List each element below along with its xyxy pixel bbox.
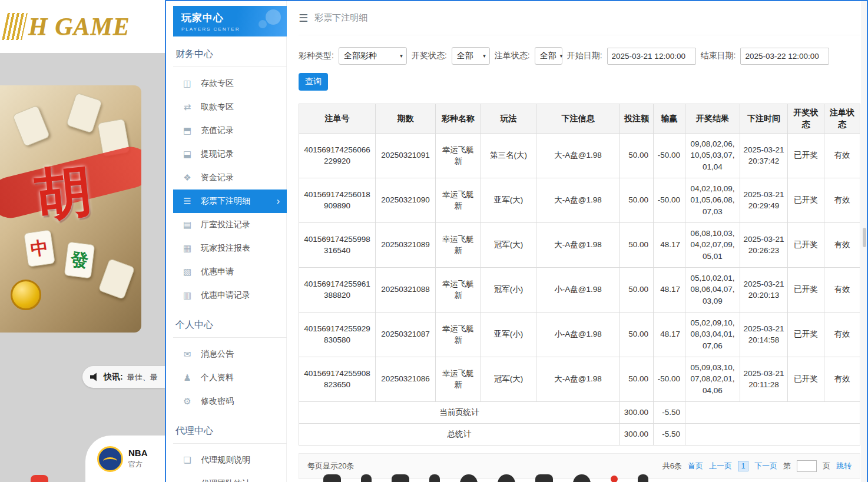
search-button[interactable]: 查询 (299, 73, 328, 91)
cell-bet-info: 小-A盘@1.98 (536, 312, 620, 357)
next-page-link[interactable]: 下一页 (754, 461, 777, 471)
sidebar-item-label: 优惠申请记录 (201, 290, 250, 301)
lottery-type-label: 彩种类型: (299, 51, 334, 61)
sidebar-item-messages[interactable]: ✉消息公告 (173, 343, 287, 366)
summary-bet-total: 300.00 (620, 401, 654, 423)
sidebar-item-promo-record[interactable]: ▥优惠申请记录 (173, 284, 287, 307)
cell-period: 20250321089 (376, 222, 436, 267)
promo-banner-image: 胡 中 發 (0, 85, 141, 333)
cell-bet-id: 401569174256018909890 (299, 178, 376, 222)
mahjong-tile (12, 105, 50, 147)
draw-status-label: 开奖状态: (412, 51, 447, 61)
cell-period: 20250321090 (376, 178, 436, 222)
nba-team-logo-icon (97, 446, 123, 472)
cell-bet-amount: 50.00 (620, 312, 654, 357)
cell-period: 20250321087 (376, 312, 436, 357)
sidebar-item-label: 充值记录 (201, 125, 234, 136)
cell-play: 亚军(大) (481, 178, 536, 222)
cell-bet-id: 401569174255908823650 (299, 357, 376, 401)
cell-draw-result: 05,02,09,10,08,03,04,01,07,06 (685, 312, 740, 357)
filter-bar: 彩种类型: 全部彩种▾ 开奖状态: 全部▾ 注单状态: 全部▾ 开始日期: 结束… (299, 47, 860, 65)
cell-bet-info: 大-A盘@1.98 (536, 178, 620, 222)
chevron-down-icon: ▾ (400, 53, 403, 59)
partial-icon (361, 474, 372, 482)
jump-page-input[interactable] (797, 460, 817, 472)
sidebar-item-label: 存款专区 (201, 78, 234, 89)
hamburger-icon[interactable]: ☰ (299, 12, 308, 25)
gear-icon: ⚙ (182, 396, 193, 407)
sidebar-item-profile[interactable]: ♟个人资料 (173, 366, 287, 390)
sidebar-item-hall-bet-record[interactable]: ▤厅室投注记录 (173, 213, 287, 237)
prev-page-link[interactable]: 上一页 (709, 461, 732, 471)
sidebar-item-label: 厅室投注记录 (201, 220, 250, 230)
modal-scrollbar[interactable] (862, 1, 867, 482)
promo-record-icon: ▥ (182, 290, 193, 301)
first-page-link[interactable]: 首页 (688, 461, 703, 471)
draw-status-select[interactable]: 全部▾ (452, 47, 490, 65)
table-row: 40156917425596138882020250321088幸运飞艇新冠军(… (299, 267, 860, 312)
table-row: 40156917425606622992020250321091幸运飞艇新第三名… (299, 133, 860, 178)
total-count: 共6条 (662, 461, 682, 471)
sidebar-item-withdraw-record[interactable]: ⬓提现记录 (173, 142, 287, 166)
current-page[interactable]: 1 (738, 461, 748, 471)
lottery-detail-icon: ☰ (182, 196, 193, 207)
cell-lottery: 幸运飞艇新 (436, 312, 481, 357)
cell-bet-status: 有效 (824, 133, 860, 178)
news-ticker: 快讯: 最佳、最 (82, 366, 165, 388)
sidebar-item-deposit-zone[interactable]: ◫存款专区 (173, 72, 287, 95)
cell-lottery: 幸运飞艇新 (436, 357, 481, 401)
section-title-personal: 个人中心 (173, 319, 287, 338)
sidebar-title: 玩家中心 (181, 11, 287, 25)
bet-status-select[interactable]: 全部▾ (535, 47, 562, 65)
jump-button[interactable]: 跳转 (836, 461, 852, 471)
sidebar-item-agent-stats[interactable]: ◔代理团队统计 (173, 472, 287, 482)
end-date-input[interactable] (740, 48, 829, 65)
cell-winloss: 48.17 (654, 312, 685, 357)
scrollbar-thumb[interactable] (863, 228, 866, 247)
gold-coin (11, 280, 41, 310)
cell-period: 20250321086 (376, 357, 436, 401)
cell-bet-amount: 50.00 (620, 267, 654, 312)
table-row: 40156917425601890989020250321090幸运飞艇新亚军(… (299, 178, 860, 222)
personal-menu: ✉消息公告 ♟个人资料 ⚙修改密码 (173, 343, 286, 413)
partial-icon (392, 474, 409, 482)
start-date-input[interactable] (607, 48, 696, 65)
cell-lottery: 幸运飞艇新 (436, 133, 481, 178)
cell-play: 冠军(大) (481, 357, 536, 401)
col-header: 输赢 (654, 104, 685, 134)
sidebar-item-label: 玩家投注报表 (201, 243, 250, 254)
cell-bet-time: 2025-03-21 20:20:13 (740, 267, 788, 312)
summary-row-page: 当前页统计 300.00 -5.50 (299, 401, 860, 423)
sidebar-item-promo-apply[interactable]: ▧优惠申请 (173, 260, 287, 284)
summary-winloss-total: -5.50 (654, 401, 685, 423)
sidebar-item-change-password[interactable]: ⚙修改密码 (173, 390, 287, 413)
cell-bet-info: 大-A盘@1.98 (536, 133, 620, 178)
cell-draw-result: 05,09,03,10,07,08,02,01,04,06 (685, 357, 740, 401)
summary-winloss-total: -5.50 (654, 423, 685, 445)
start-date-label: 开始日期: (567, 51, 602, 61)
cell-winloss: 48.17 (654, 222, 685, 267)
sidebar-item-funds-record[interactable]: ❖资金记录 (173, 166, 287, 190)
sidebar-item-recharge-record[interactable]: ⬒充值记录 (173, 119, 287, 142)
sidebar-item-agent-rules[interactable]: ❏代理规则说明 (173, 448, 287, 472)
summary-label: 当前页统计 (299, 401, 620, 423)
sidebar-item-withdraw-zone[interactable]: ⇄取款专区 (173, 95, 287, 119)
background-page: H GAME 胡 中 發 快讯: 最佳、最 NBA 官方 (0, 0, 165, 482)
cell-bet-amount: 50.00 (620, 178, 654, 222)
cell-bet-time: 2025-03-21 20:14:58 (740, 312, 788, 357)
sidebar-item-label: 取款专区 (201, 102, 234, 112)
cell-draw-status: 已开奖 (788, 133, 824, 178)
sidebar-item-player-report[interactable]: ▦玩家投注报表 (173, 237, 287, 260)
col-header: 开奖状态 (788, 104, 824, 134)
lottery-type-select[interactable]: 全部彩种▾ (339, 47, 407, 65)
cell-bet-amount: 50.00 (620, 357, 654, 401)
cell-bet-time: 2025-03-21 20:26:23 (740, 222, 788, 267)
sidebar-item-lottery-bet-detail[interactable]: ☰彩票下注明细› (173, 190, 287, 213)
section-title-agent: 代理中心 (173, 425, 287, 444)
end-date-label: 结束日期: (701, 51, 736, 61)
cell-bet-status: 有效 (824, 222, 860, 267)
document-icon: ❏ (182, 455, 193, 466)
message-icon: ✉ (182, 349, 193, 360)
finance-menu: ◫存款专区 ⇄取款专区 ⬒充值记录 ⬓提现记录 ❖资金记录 ☰彩票下注明细› ▤… (173, 72, 286, 307)
cell-bet-info: 大-A盘@1.98 (536, 357, 620, 401)
